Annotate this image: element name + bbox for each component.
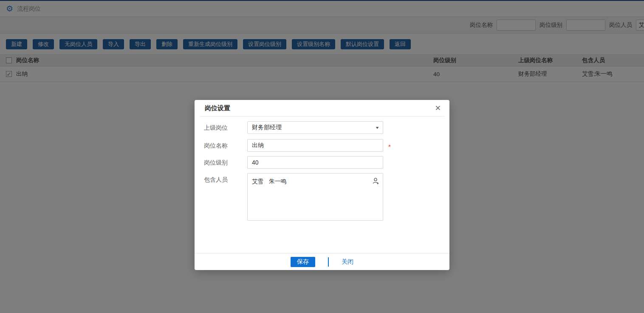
modal-title: 岗位设置	[205, 104, 230, 112]
footer-divider	[328, 257, 329, 267]
parent-position-select[interactable]: 财务部经理 ▼	[247, 121, 383, 134]
required-asterisk: *	[388, 139, 391, 152]
position-settings-modal: 岗位设置 ✕ 上级岗位 财务部经理 ▼ 岗位名称 * 岗位级别 包含人员 艾雪 …	[195, 100, 449, 270]
parent-position-label: 上级岗位	[204, 121, 247, 134]
position-level-label: 岗位级别	[204, 156, 247, 169]
form-row-members: 包含人员 艾雪 朱一鸣	[204, 173, 383, 221]
form-row-position-level: 岗位级别	[204, 156, 383, 169]
position-level-input[interactable]	[247, 156, 383, 169]
form-row-position-name: 岗位名称 *	[204, 139, 391, 152]
members-box: 艾雪 朱一鸣	[247, 173, 383, 221]
position-name-input[interactable]	[247, 139, 383, 152]
modal-title-divider	[200, 116, 444, 117]
position-name-label: 岗位名称	[204, 139, 247, 152]
save-button[interactable]: 保存	[291, 257, 315, 267]
parent-position-value: 财务部经理	[252, 124, 282, 131]
chevron-down-icon: ▼	[375, 126, 379, 130]
form-row-parent-position: 上级岗位 财务部经理 ▼	[204, 121, 383, 134]
close-link[interactable]: 关闭	[342, 258, 353, 266]
members-textarea[interactable]: 艾雪 朱一鸣	[248, 174, 383, 220]
close-icon[interactable]: ✕	[433, 104, 443, 113]
modal-footer: 保存 关闭	[195, 253, 449, 270]
modal-header: 岗位设置 ✕	[195, 100, 449, 116]
members-label: 包含人员	[204, 173, 247, 221]
person-add-icon[interactable]	[372, 177, 380, 185]
